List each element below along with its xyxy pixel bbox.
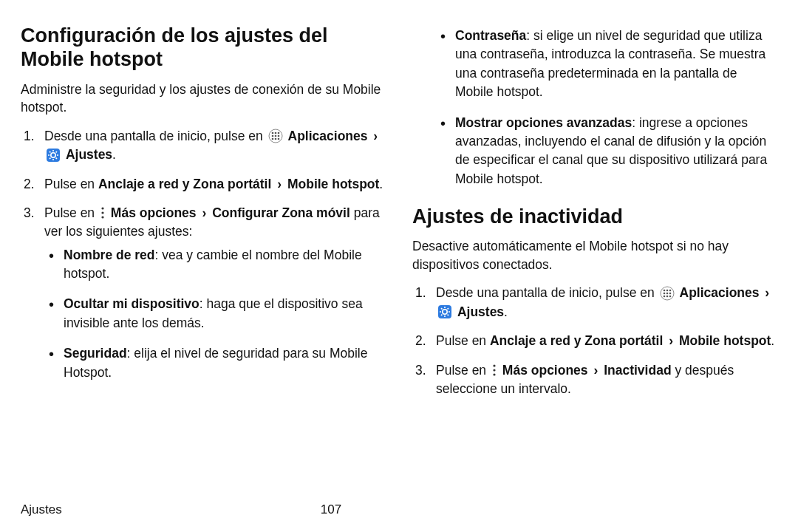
svg-point-45 bbox=[493, 373, 495, 375]
inactivity-label: Inactividad bbox=[604, 363, 671, 378]
svg-point-21 bbox=[101, 212, 103, 214]
bullet-password: Contraseña: si elige un nivel de segurid… bbox=[436, 27, 777, 102]
settings-gear-icon bbox=[46, 148, 61, 163]
svg-point-28 bbox=[666, 292, 668, 294]
bullet-label: Contraseña bbox=[455, 28, 526, 43]
svg-line-41 bbox=[448, 308, 449, 309]
svg-point-3 bbox=[277, 132, 279, 134]
more-options-icon bbox=[100, 206, 106, 219]
settings-label: Ajustes bbox=[457, 304, 504, 319]
step-3: Pulse en Más opciones › Configurar Zona … bbox=[21, 204, 386, 382]
anchor-label: Anclaje a red y Zona portátil bbox=[98, 177, 271, 191]
period: . bbox=[379, 177, 383, 191]
svg-point-9 bbox=[277, 138, 279, 140]
section-title-config: Configuración de los ajustes del Mobile … bbox=[21, 24, 386, 72]
step-text: Pulse en bbox=[436, 363, 490, 378]
bullet-network-name: Nombre de red: vea y cambie el nombre de… bbox=[44, 246, 386, 284]
more-options-label: Más opciones bbox=[111, 205, 197, 220]
step-text: Pulse en bbox=[44, 177, 98, 191]
svg-point-20 bbox=[101, 208, 103, 210]
svg-point-24 bbox=[663, 289, 665, 291]
left-column: Configuración de los ajustes del Mobile … bbox=[21, 24, 386, 488]
apps-label: Aplicaciones bbox=[680, 285, 760, 300]
svg-point-43 bbox=[493, 364, 495, 366]
svg-point-8 bbox=[274, 138, 276, 140]
apps-label: Aplicaciones bbox=[288, 129, 368, 143]
bullet-advanced: Mostrar opciones avanzadas: ingrese a op… bbox=[436, 114, 777, 189]
chevron-icon: › bbox=[765, 285, 769, 300]
settings-bullets-continued: Contraseña: si elige un nivel de segurid… bbox=[436, 27, 777, 188]
step-2: Pulse en Anclaje a red y Zona portátil ›… bbox=[21, 175, 386, 194]
bullet-label: Nombre de red bbox=[64, 248, 155, 262]
svg-point-26 bbox=[669, 289, 671, 291]
chevron-icon: › bbox=[277, 177, 282, 191]
manual-page: Configuración de los ajustes del Mobile … bbox=[0, 0, 798, 532]
svg-point-22 bbox=[101, 216, 103, 219]
svg-line-16 bbox=[50, 151, 50, 152]
step-text: Pulse en bbox=[44, 205, 98, 220]
apps-grid-icon bbox=[268, 129, 283, 143]
svg-point-44 bbox=[493, 369, 495, 371]
svg-point-6 bbox=[277, 135, 279, 137]
chevron-icon: › bbox=[669, 333, 673, 348]
svg-line-39 bbox=[441, 308, 442, 309]
configure-zone-label: Configurar Zona móvil bbox=[212, 205, 350, 220]
svg-point-5 bbox=[274, 135, 276, 137]
columns: Configuración de los ajustes del Mobile … bbox=[21, 24, 777, 488]
svg-line-19 bbox=[50, 157, 50, 158]
svg-point-7 bbox=[271, 138, 273, 140]
chevron-icon: › bbox=[593, 363, 598, 378]
svg-line-42 bbox=[441, 315, 442, 316]
bullet-security: Seguridad: elija el nivel de seguridad p… bbox=[44, 344, 386, 382]
step-text: Desde una pantalla de inicio, pulse en bbox=[44, 129, 267, 143]
step-text: Desde una pantalla de inicio, pulse en bbox=[436, 285, 658, 300]
svg-point-4 bbox=[271, 135, 273, 137]
svg-line-18 bbox=[56, 151, 57, 152]
svg-line-40 bbox=[448, 315, 449, 316]
svg-line-17 bbox=[56, 157, 57, 158]
svg-point-27 bbox=[663, 292, 665, 294]
step-3: Pulse en Más opciones › Inactividad y de… bbox=[412, 361, 777, 399]
chevron-icon: › bbox=[373, 129, 378, 143]
step-1: Desde una pantalla de inicio, pulse en A… bbox=[21, 127, 386, 165]
step-text: Pulse en bbox=[436, 333, 490, 348]
intro-text-inactivity: Desactive automáticamente el Mobile hots… bbox=[412, 237, 777, 273]
right-column: Contraseña: si elige un nivel de segurid… bbox=[412, 24, 777, 488]
step-2: Pulse en Anclaje a red y Zona portátil ›… bbox=[412, 332, 777, 350]
period: . bbox=[771, 333, 774, 348]
more-options-icon bbox=[491, 364, 497, 377]
svg-point-30 bbox=[663, 295, 665, 297]
anchor-label: Anclaje a red y Zona portátil bbox=[490, 333, 663, 348]
apps-grid-icon bbox=[660, 286, 675, 301]
svg-point-31 bbox=[666, 295, 668, 297]
bullet-hide-device: Ocultar mi dispositivo: haga que el disp… bbox=[44, 295, 386, 332]
settings-bullets: Nombre de red: vea y cambie el nombre de… bbox=[44, 246, 386, 382]
more-options-label: Más opciones bbox=[502, 363, 588, 378]
section-title-inactivity: Ajustes de inactividad bbox=[412, 205, 777, 228]
svg-point-2 bbox=[274, 132, 276, 134]
period: . bbox=[504, 304, 508, 319]
bullet-label: Seguridad bbox=[64, 346, 127, 361]
step-1: Desde una pantalla de inicio, pulse en A… bbox=[412, 284, 777, 321]
svg-point-1 bbox=[271, 132, 273, 134]
page-number: 107 bbox=[321, 502, 341, 517]
intro-text: Administre la seguridad y los ajustes de… bbox=[21, 81, 386, 117]
svg-point-29 bbox=[669, 292, 671, 294]
steps-list-config: Desde una pantalla de inicio, pulse en A… bbox=[21, 127, 386, 382]
footer-section: Ajustes bbox=[21, 502, 62, 517]
bullet-label: Ocultar mi dispositivo bbox=[64, 296, 200, 311]
settings-label: Ajustes bbox=[66, 147, 112, 162]
period: . bbox=[112, 147, 116, 162]
mobile-hotspot-label: Mobile hotspot bbox=[679, 333, 771, 348]
bullet-label: Mostrar opciones avanzadas bbox=[455, 115, 632, 130]
steps-list-inactivity: Desde una pantalla de inicio, pulse en A… bbox=[412, 284, 777, 398]
svg-point-32 bbox=[669, 295, 671, 297]
page-footer: Ajustes 107 bbox=[21, 502, 777, 517]
mobile-hotspot-label: Mobile hotspot bbox=[287, 177, 379, 191]
svg-point-25 bbox=[666, 289, 668, 291]
chevron-icon: › bbox=[202, 205, 206, 220]
settings-gear-icon bbox=[437, 304, 452, 319]
